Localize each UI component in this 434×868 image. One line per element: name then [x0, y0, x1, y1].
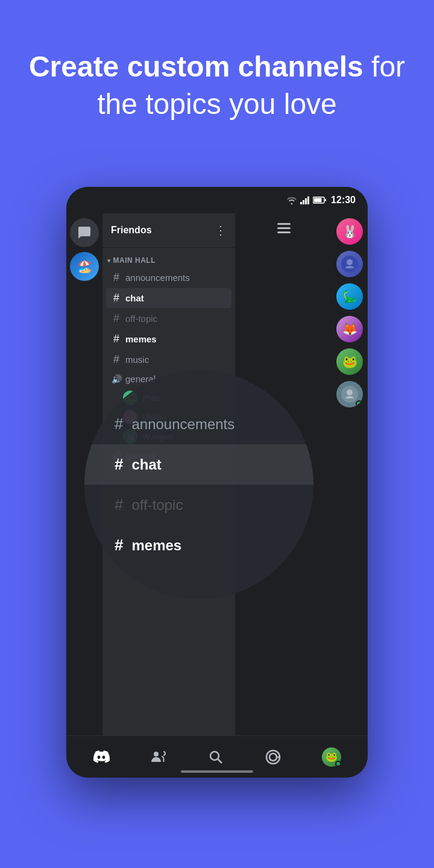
profile-online-dot — [335, 761, 341, 767]
time-display: 12:30 — [331, 195, 356, 206]
home-indicator — [181, 770, 253, 773]
home-icon-button[interactable] — [70, 218, 99, 247]
nav-friends[interactable] — [150, 749, 167, 766]
channel-memes[interactable]: # memes — [106, 329, 231, 349]
phone-screen: 12:30 🏖️ — [66, 187, 368, 778]
svg-rect-7 — [277, 223, 291, 225]
hash-icon: # — [111, 353, 122, 366]
zoom-name-announcements: announcements — [131, 416, 234, 433]
zoom-hash-memes: # — [115, 536, 123, 555]
channel-name-announcements: announcements — [125, 272, 190, 283]
nav-discord[interactable] — [93, 749, 110, 766]
right-avatar-4: 🦊 — [336, 316, 363, 342]
right-avatar-3: 🦕 — [336, 283, 363, 310]
channel-name-memes: memes — [125, 334, 157, 344]
svg-rect-1 — [303, 200, 304, 204]
nav-search[interactable] — [207, 749, 224, 766]
zoom-hash-off-topic: # — [115, 495, 123, 514]
svg-point-13 — [347, 389, 353, 395]
right-avatar-strip: 🐰 🦕 🦊 🐸 — [332, 213, 368, 735]
nav-profile[interactable]: 🐸 — [322, 747, 341, 767]
svg-point-11 — [347, 259, 353, 265]
server-name: Friendos — [111, 225, 152, 236]
app-layout: 🏖️ Friendos ⋮ ▾ MAIN HALL — [66, 213, 368, 735]
channel-name-chat: chat — [125, 293, 144, 303]
signal-icon — [300, 196, 310, 204]
zoom-hash-announcements: # — [115, 415, 123, 433]
svg-rect-0 — [300, 202, 302, 204]
svg-rect-5 — [314, 198, 322, 203]
zoom-name-chat: chat — [131, 456, 161, 473]
channel-announcements[interactable]: # announcements — [106, 268, 231, 288]
zoom-channel-memes: # memes — [84, 525, 313, 565]
zoom-channel-chat: # chat — [84, 444, 313, 485]
hero-section: Create custom channels for the topics yo… — [0, 0, 434, 148]
zoom-hash-chat: # — [115, 455, 123, 474]
right-avatar-2 — [336, 251, 363, 277]
zoom-overlay: # announcements # chat # off-topic — [84, 370, 313, 599]
server-icon-1[interactable]: 🏖️ — [70, 252, 99, 281]
friends-icon — [150, 749, 167, 766]
category-main-hall[interactable]: ▾ MAIN HALL — [102, 253, 235, 267]
channel-name-music: music — [125, 354, 149, 365]
hash-icon: # — [111, 333, 122, 345]
category-name: MAIN HALL — [113, 256, 156, 265]
zoom-name-off-topic: off-topic — [131, 497, 183, 514]
channel-music[interactable]: # music — [106, 350, 231, 370]
hamburger-icon[interactable] — [272, 218, 295, 242]
server-header: Friendos ⋮ — [102, 213, 235, 248]
search-icon — [207, 749, 224, 766]
hash-icon: # — [111, 271, 122, 284]
channel-chat[interactable]: # chat — [106, 288, 231, 308]
hero-bold-text: Create custom channels — [29, 51, 363, 83]
hero-rest-text: for — [363, 51, 405, 83]
zoom-channel-off-topic: # off-topic — [84, 485, 313, 525]
right-avatar-1: 🐰 — [336, 218, 363, 245]
wifi-icon — [286, 196, 297, 204]
svg-rect-6 — [325, 199, 326, 201]
svg-line-16 — [218, 759, 222, 763]
mentions-icon — [265, 749, 281, 766]
svg-point-14 — [154, 752, 159, 756]
right-avatar-6 — [336, 381, 363, 407]
more-options-button[interactable]: ⋮ — [215, 223, 227, 237]
svg-point-15 — [210, 752, 219, 760]
channel-off-topic[interactable]: # off-topic — [106, 309, 231, 329]
hash-icon: # — [111, 312, 122, 325]
hero-line2: the topics you love — [97, 88, 337, 120]
svg-point-17 — [269, 753, 277, 761]
status-icons — [286, 196, 326, 204]
battery-icon — [313, 197, 326, 204]
discord-logo-icon — [93, 749, 110, 766]
phone-mockup: 12:30 🏖️ — [66, 187, 368, 778]
svg-rect-3 — [307, 197, 309, 204]
online-indicator — [356, 400, 363, 407]
hash-icon: # — [111, 292, 122, 304]
right-avatar-5: 🐸 — [336, 348, 363, 375]
nav-mentions[interactable] — [265, 749, 281, 766]
channel-name-off-topic: off-topic — [125, 313, 157, 324]
zoom-name-memes: memes — [131, 537, 181, 554]
zoom-channel-announcements: # announcements — [84, 404, 313, 444]
status-bar: 12:30 — [66, 187, 368, 213]
svg-rect-8 — [277, 227, 291, 229]
speaker-icon: 🔊 — [111, 374, 122, 384]
svg-rect-9 — [277, 231, 291, 233]
chevron-icon: ▾ — [107, 257, 111, 264]
svg-rect-2 — [305, 198, 307, 204]
